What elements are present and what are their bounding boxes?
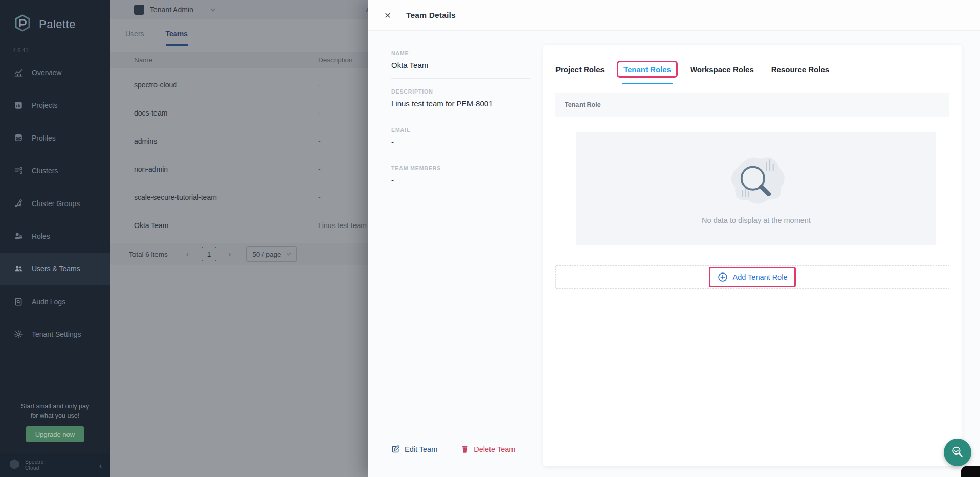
promo-line1: Start small and only pay [0, 402, 110, 411]
sidebar-item-profiles[interactable]: Profiles [0, 122, 110, 154]
column-divider [859, 98, 859, 111]
field-value: - [391, 138, 530, 146]
empty-state: No data to display at the moment [576, 132, 936, 245]
sidebar-item-clusters[interactable]: Clusters [0, 154, 110, 187]
palette-logo-icon [12, 13, 33, 36]
sidebar-item-label: Profiles [32, 134, 56, 142]
sidebar-nav: Overview Projects Profiles Clusters [0, 56, 110, 351]
drawer-actions: Edit Team Delete Team [391, 439, 530, 453]
team-fields: NAME Okta Team DESCRIPTION Linus test te… [391, 50, 530, 203]
sidebar-footer: Spectro Cloud ‹ [0, 453, 110, 477]
tab-project-roles[interactable]: Project Roles [555, 65, 605, 74]
delete-team-button[interactable]: Delete Team [461, 445, 515, 453]
brand-bottom: Cloud [25, 465, 39, 471]
sidebar-item-label: Audit Logs [32, 298, 65, 306]
field-value: - [391, 176, 530, 185]
team-details-drawer: × Team Details NAME Okta Team DESCRIPTIO… [368, 0, 980, 477]
field-value: Linus test team for PEM-8001 [391, 99, 530, 108]
help-search-widget-button[interactable] [944, 439, 971, 466]
divider [391, 433, 530, 433]
overview-icon [14, 68, 23, 77]
drawer-title: Team Details [406, 11, 456, 20]
screen-corner-artifact [961, 466, 980, 477]
sidebar-item-users-teams[interactable]: Users & Teams [0, 253, 110, 285]
add-tenant-role-label: Add Tenant Role [733, 273, 788, 281]
add-role-zone: Add Tenant Role [555, 265, 949, 289]
sidebar-item-label: Projects [32, 101, 58, 109]
screen: Palette 4.6.41 Overview Projects [0, 0, 980, 477]
annotation-box: Tenant Roles [617, 61, 678, 78]
field-name: NAME Okta Team [391, 50, 530, 79]
upgrade-promo: Start small and only pay for what you us… [0, 402, 110, 442]
upgrade-now-button[interactable]: Upgrade now [26, 426, 84, 442]
field-label: TEAM MEMBERS [391, 165, 530, 171]
projects-icon [14, 101, 23, 110]
spectro-cloud-logo-icon [8, 458, 20, 472]
drawer-header: × Team Details [368, 0, 980, 31]
gear-icon [14, 330, 23, 339]
logo-text: Palette [39, 18, 76, 31]
roles-icon [14, 232, 23, 241]
trash-icon [461, 445, 469, 453]
brand-text: Spectro Cloud [25, 459, 44, 471]
sidebar-item-label: Tenant Settings [32, 330, 81, 338]
delete-team-label: Delete Team [474, 445, 515, 453]
modal-dim-overlay [110, 0, 368, 477]
close-icon[interactable]: × [381, 8, 395, 22]
field-label: EMAIL [391, 127, 530, 133]
field-label: DESCRIPTION [391, 88, 530, 95]
edit-team-button[interactable]: Edit Team [391, 445, 437, 453]
tab-tenant-roles-label: Tenant Roles [623, 65, 671, 74]
tab-tenant-roles[interactable]: Tenant Roles [622, 63, 673, 75]
edit-pencil-icon [391, 445, 400, 453]
field-value: Okta Team [391, 61, 530, 70]
sidebar-item-label: Roles [32, 232, 50, 240]
sidebar-item-tenant-settings[interactable]: Tenant Settings [0, 318, 110, 351]
sidebar-item-label: Cluster Groups [32, 199, 80, 208]
brand-top: Spectro [25, 459, 44, 465]
tenant-role-column: Tenant Role [565, 101, 601, 108]
empty-state-message: No data to display at the moment [702, 216, 811, 224]
profiles-icon [14, 133, 23, 143]
promo-line2: for what you use! [0, 411, 110, 420]
field-description: DESCRIPTION Linus test team for PEM-8001 [391, 88, 530, 117]
collapse-sidebar-icon[interactable]: ‹ [99, 461, 102, 470]
sidebar-item-roles[interactable]: Roles [0, 220, 110, 253]
search-smiley-icon [949, 444, 966, 461]
sidebar-item-audit-logs[interactable]: Audit Logs [0, 285, 110, 318]
version-label: 4.6.41 [13, 47, 110, 53]
sidebar-item-overview[interactable]: Overview [0, 56, 110, 89]
sidebar-item-label: Clusters [32, 167, 58, 175]
sidebar-item-label: Overview [32, 69, 61, 77]
tab-resource-roles[interactable]: Resource Roles [771, 65, 829, 74]
logo-block: Palette 4.6.41 [0, 0, 110, 53]
tenant-role-table-header: Tenant Role [555, 93, 949, 117]
sidebar: Palette 4.6.41 Overview Projects [0, 0, 110, 477]
tab-workspace-roles[interactable]: Workspace Roles [690, 65, 754, 74]
cluster-groups-icon [14, 199, 23, 208]
add-tenant-role-button[interactable]: Add Tenant Role [718, 272, 788, 282]
plus-circle-icon [718, 272, 728, 282]
edit-team-label: Edit Team [405, 445, 437, 453]
roles-card: Project Roles Tenant Roles Workspace Rol… [543, 45, 962, 466]
field-label: NAME [391, 50, 530, 56]
field-email: EMAIL - [391, 127, 530, 155]
sidebar-item-projects[interactable]: Projects [0, 89, 110, 122]
annotation-box: Add Tenant Role [709, 267, 796, 287]
sidebar-item-label: Users & Teams [32, 265, 80, 273]
field-team-members: TEAM MEMBERS - [391, 165, 530, 193]
sidebar-item-cluster-groups[interactable]: Cluster Groups [0, 187, 110, 220]
no-data-illustration [722, 153, 791, 207]
audit-logs-icon [14, 297, 23, 306]
users-teams-icon [14, 264, 23, 274]
clusters-icon [14, 166, 23, 175]
roles-tabs: Project Roles Tenant Roles Workspace Rol… [555, 63, 949, 83]
